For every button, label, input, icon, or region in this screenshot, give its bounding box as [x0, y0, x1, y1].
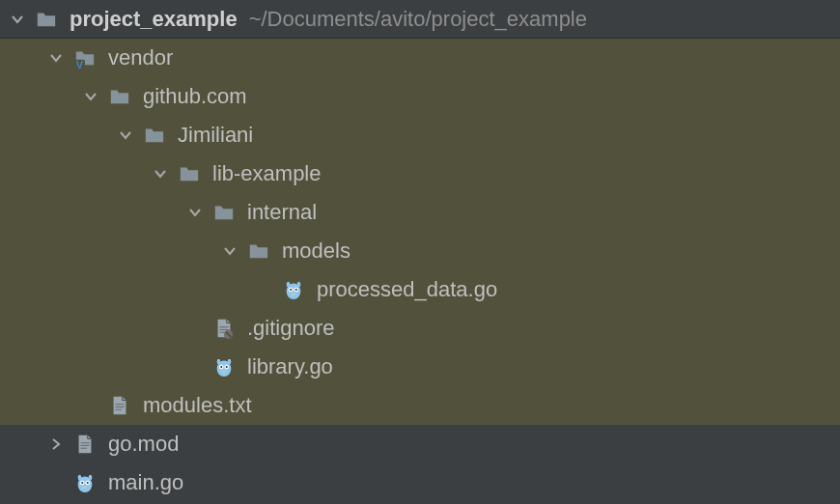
- gitignore-file-icon: [212, 317, 236, 340]
- folder-icon: [212, 201, 236, 224]
- folder-icon: [247, 239, 270, 263]
- tree-item-main-go[interactable]: main.go: [0, 463, 840, 502]
- svg-rect-36: [83, 487, 87, 489]
- tree-item-label: models: [282, 238, 350, 264]
- svg-rect-27: [80, 445, 89, 446]
- project-name-label: project_example: [70, 7, 238, 32]
- svg-rect-26: [80, 442, 89, 443]
- tree-item-go-mod[interactable]: go.mod: [0, 425, 840, 463]
- tree-item-jimiliani[interactable]: Jimiliani: [0, 116, 840, 154]
- tree-item-lib-example[interactable]: lib-example: [0, 154, 840, 193]
- chevron-down-icon[interactable]: [153, 166, 168, 182]
- svg-point-34: [81, 482, 83, 484]
- text-file-icon: [108, 394, 131, 417]
- go-file-icon: [212, 355, 236, 378]
- folder-vendor-icon: V: [73, 46, 97, 70]
- chevron-down-icon[interactable]: [83, 89, 98, 104]
- svg-point-20: [220, 366, 222, 368]
- tree-item-label: modules.txt: [143, 393, 252, 418]
- svg-rect-10: [219, 326, 228, 327]
- tree-item-label: main.go: [108, 470, 183, 495]
- tree-item-label: library.go: [247, 354, 333, 379]
- tree-item-label: Jimiliani: [178, 123, 253, 148]
- svg-rect-11: [219, 329, 228, 330]
- tree-item-github[interactable]: github.com: [0, 77, 840, 116]
- folder-icon: [35, 8, 58, 31]
- tree-item-label: internal: [247, 200, 317, 225]
- project-root-row[interactable]: project_example ~/Documents/avito/projec…: [0, 0, 840, 39]
- tree-item-modules-txt[interactable]: modules.txt: [0, 386, 840, 425]
- svg-point-35: [87, 482, 89, 484]
- go-file-icon: [282, 278, 305, 301]
- chevron-down-icon[interactable]: [10, 12, 25, 27]
- folder-icon: [108, 85, 131, 108]
- tree-item-models[interactable]: models: [0, 232, 840, 270]
- svg-point-8: [295, 289, 297, 291]
- project-path-label: ~/Documents/avito/project_example: [249, 7, 587, 32]
- svg-point-4: [297, 282, 301, 288]
- svg-point-30: [78, 475, 82, 481]
- svg-point-21: [226, 366, 228, 368]
- svg-point-16: [217, 359, 221, 365]
- svg-rect-24: [115, 406, 124, 407]
- svg-rect-25: [115, 409, 121, 410]
- svg-rect-22: [222, 371, 226, 373]
- tree-item-processed-data[interactable]: processed_data.go: [0, 270, 840, 309]
- text-file-icon: [73, 433, 97, 456]
- tree-item-gitignore[interactable]: .gitignore: [0, 309, 840, 348]
- tree-item-label: processed_data.go: [317, 277, 497, 302]
- svg-point-7: [290, 289, 292, 291]
- chevron-down-icon[interactable]: [222, 243, 238, 259]
- tree-item-label: vendor: [108, 45, 173, 70]
- tree-item-label: github.com: [143, 84, 247, 109]
- svg-rect-9: [292, 294, 295, 295]
- chevron-right-icon[interactable]: [48, 436, 64, 452]
- svg-point-3: [287, 282, 291, 288]
- tree-item-internal[interactable]: internal: [0, 193, 840, 232]
- folder-icon: [143, 124, 166, 147]
- svg-rect-28: [80, 448, 86, 449]
- chevron-down-icon[interactable]: [187, 205, 203, 220]
- svg-point-31: [89, 475, 93, 481]
- chevron-down-icon[interactable]: [48, 50, 64, 66]
- svg-point-17: [228, 359, 232, 365]
- folder-icon: [178, 162, 201, 185]
- tree-item-vendor[interactable]: V vendor: [0, 39, 840, 77]
- go-file-icon: [73, 471, 97, 494]
- tree-item-library[interactable]: library.go: [0, 348, 840, 386]
- tree-item-label: go.mod: [108, 432, 179, 457]
- tree-item-label: lib-example: [212, 161, 322, 186]
- svg-rect-23: [115, 404, 124, 405]
- tree-item-label: .gitignore: [247, 316, 335, 341]
- chevron-down-icon[interactable]: [118, 127, 133, 143]
- svg-text:V: V: [76, 59, 84, 69]
